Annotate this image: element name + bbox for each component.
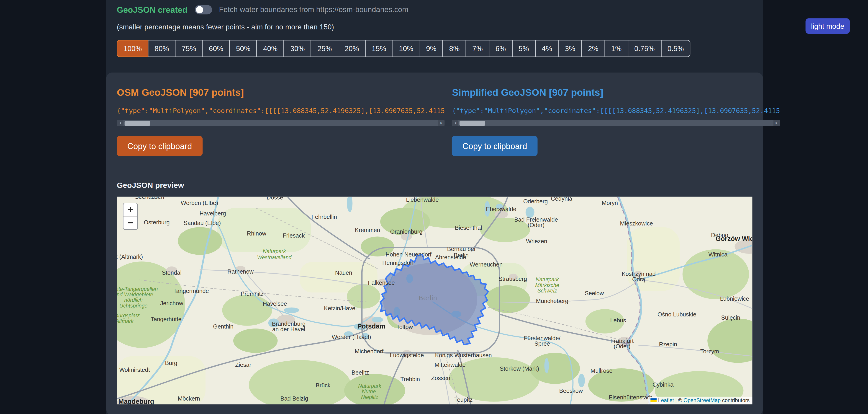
osm-scroll-thumb[interactable] (125, 121, 150, 126)
percent-button-2[interactable]: 2% (581, 40, 605, 57)
percent-button-75[interactable]: 75% (175, 40, 203, 57)
map-label: Werben (Elbe) (181, 200, 218, 206)
light-mode-button[interactable]: light mode (806, 18, 850, 34)
map-label: Oderberg (523, 198, 548, 205)
map-label: Bernau bei (447, 246, 475, 252)
water-boundaries-toggle[interactable] (194, 5, 212, 14)
scroll-left-arrow-icon[interactable]: ◄ (452, 120, 459, 126)
map-label: Michendorf (355, 348, 384, 355)
map-label: Märkische (535, 282, 559, 288)
status-text: GeoJSON created (117, 5, 187, 14)
map-label: Ośno Lubuskie (657, 311, 696, 318)
percent-button-1[interactable]: 1% (604, 40, 628, 57)
percent-hint: (smaller percentage means fewer points -… (117, 23, 763, 31)
toggle-label: Fetch water boundaries from https://osm-… (219, 5, 408, 14)
map-label: Nauen (335, 269, 352, 276)
map-label: Potsdam (357, 323, 385, 330)
zoom-out-button[interactable]: − (123, 216, 137, 229)
attribution-copyright: © (678, 397, 682, 403)
map-label: Lebus (610, 317, 626, 324)
percent-button-50[interactable]: 50% (229, 40, 257, 57)
map-label: Rzepin (659, 341, 677, 348)
percent-button-9[interactable]: 9% (420, 40, 443, 57)
percent-button-0_75[interactable]: 0.75% (628, 40, 661, 57)
map-label: Brück (316, 382, 331, 388)
map-label: ark (Altmark) (117, 254, 143, 260)
osm-copy-button[interactable]: Copy to clipboard (117, 136, 203, 156)
scroll-right-arrow-icon[interactable]: ► (438, 120, 445, 126)
map-label: Berlin (418, 294, 437, 302)
percent-button-100[interactable]: 100% (117, 40, 149, 57)
zoom-in-button[interactable]: + (123, 203, 137, 216)
osm-scroll-track[interactable] (123, 120, 438, 126)
map-label: Teltow (396, 324, 413, 330)
map-label: Jerichow (160, 300, 183, 306)
osm-column: OSM GeoJSON [907 points] {"type":"MultiP… (117, 83, 445, 156)
simplified-title: Simplified GeoJSON [907 points] (452, 87, 780, 99)
map-label: Dosse (267, 197, 283, 201)
map-label: Nieplitz (361, 394, 378, 400)
map-label: Osterburg (144, 219, 170, 226)
map-label: Altmark (117, 318, 134, 324)
map-label: Zossen (431, 375, 450, 381)
map-label: enburgsplatz (117, 313, 140, 319)
percent-button-30[interactable]: 30% (284, 40, 311, 57)
map-label: Havelberg (199, 210, 226, 216)
map-label: Ziesar (235, 361, 251, 368)
osm-title: OSM GeoJSON [907 points] (117, 87, 445, 99)
scroll-left-arrow-icon[interactable]: ◄ (117, 120, 123, 126)
percent-button-5[interactable]: 5% (512, 40, 536, 57)
map-label: Trebbin (401, 376, 420, 382)
percent-button-7[interactable]: 7% (466, 40, 489, 57)
percent-button-6[interactable]: 6% (489, 40, 513, 57)
map-label: Ludwigsfelde (390, 352, 424, 358)
percent-button-10[interactable]: 10% (392, 40, 420, 57)
percent-button-8[interactable]: 8% (442, 40, 466, 57)
map-label: Strausberg (498, 276, 527, 282)
status-row: GeoJSON created Fetch water boundaries f… (106, 0, 763, 14)
map-label: Tangermünde (174, 288, 209, 294)
simplified-scroll-thumb[interactable] (460, 121, 485, 126)
percent-button-15[interactable]: 15% (365, 40, 393, 57)
percent-button-3[interactable]: 3% (558, 40, 582, 57)
map-label: Seehausen (135, 197, 164, 200)
map-label: Cedynia (551, 197, 572, 202)
percent-button-4[interactable]: 4% (535, 40, 559, 57)
map-label: Königs Wusterhausen (435, 352, 492, 358)
percent-button-40[interactable]: 40% (256, 40, 284, 57)
map-svg: SeehausenLiebenwaldeOderbergCedyniaMoryń… (117, 197, 752, 405)
simplified-copy-button[interactable]: Copy to clipboard (452, 136, 538, 156)
map-label: Eisenhüttenstadt (609, 394, 652, 401)
map-label: Hohen Neuendorf (385, 251, 432, 258)
simplified-scroll-track[interactable] (459, 120, 773, 126)
percent-button-25[interactable]: 25% (311, 40, 339, 57)
map-label: an der Havel (272, 326, 305, 332)
map-label: Storkow (Mark) (500, 365, 539, 372)
percent-button-60[interactable]: 60% (202, 40, 230, 57)
geojson-panel: OSM GeoJSON [907 points] {"type":"MultiP… (106, 72, 763, 414)
page: light mode GeoJSON created Fetch water b… (0, 0, 868, 414)
percent-button-80[interactable]: 80% (148, 40, 176, 57)
attribution-separator: | (675, 397, 677, 403)
osm-json-preview: {"type":"MultiPolygon","coordinates":[[[… (117, 107, 445, 115)
map-label: Naturpark (536, 276, 559, 283)
leaflet-link[interactable]: Leaflet (658, 397, 674, 403)
map-label: Stendal (162, 269, 182, 276)
percent-button-group: 100%80%75%60%50%40%30%25%20%15%10%9%8%7%… (117, 40, 763, 57)
map-label: Hennigsdorf (382, 260, 414, 266)
map-label: nördlich (124, 297, 143, 303)
percent-button-0_5[interactable]: 0.5% (661, 40, 690, 57)
openstreetmap-link[interactable]: OpenStreetMap (683, 397, 721, 403)
map-label: Schweiz (537, 288, 557, 294)
map-label: Beeskow (559, 388, 583, 394)
simplified-json-preview: {"type":"MultiPolygon","coordinates":[[[… (452, 107, 780, 115)
percent-button-20[interactable]: 20% (338, 40, 366, 57)
map-label: Ahrensfelde (435, 254, 466, 260)
scroll-right-arrow-icon[interactable]: ► (773, 120, 780, 126)
map-label: Havelsee (263, 300, 287, 307)
map-attribution: Leaflet | © OpenStreetMap contributors (648, 397, 752, 405)
map-label: Ketzin/Havel (324, 305, 356, 312)
map-container[interactable]: SeehausenLiebenwaldeOderbergCedyniaMoryń… (117, 197, 752, 405)
map-label: Genthin (213, 323, 233, 330)
map-label: Müncheberg (536, 298, 568, 304)
